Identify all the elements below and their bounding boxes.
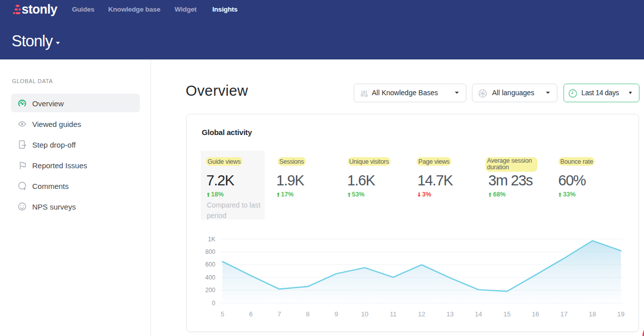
svg-text:6: 6 <box>249 310 253 318</box>
svg-text:0: 0 <box>212 300 215 307</box>
svg-text:14: 14 <box>475 310 482 318</box>
svg-text:400: 400 <box>205 274 215 281</box>
svg-text:12: 12 <box>418 310 425 318</box>
svg-text:11: 11 <box>390 310 397 318</box>
svg-text:7: 7 <box>277 310 281 318</box>
svg-text:19: 19 <box>617 310 624 318</box>
svg-text:15: 15 <box>503 310 510 318</box>
svg-text:17: 17 <box>560 310 568 318</box>
svg-text:5: 5 <box>220 310 224 318</box>
svg-text:1K: 1K <box>208 236 215 243</box>
svg-text:8: 8 <box>306 310 309 318</box>
svg-text:10: 10 <box>361 310 368 318</box>
svg-text:18: 18 <box>589 310 596 318</box>
svg-text:13: 13 <box>446 310 453 318</box>
svg-text:200: 200 <box>205 287 215 294</box>
svg-text:600: 600 <box>205 261 215 268</box>
svg-text:16: 16 <box>532 310 539 318</box>
svg-text:9: 9 <box>335 310 338 318</box>
svg-text:800: 800 <box>205 248 215 255</box>
